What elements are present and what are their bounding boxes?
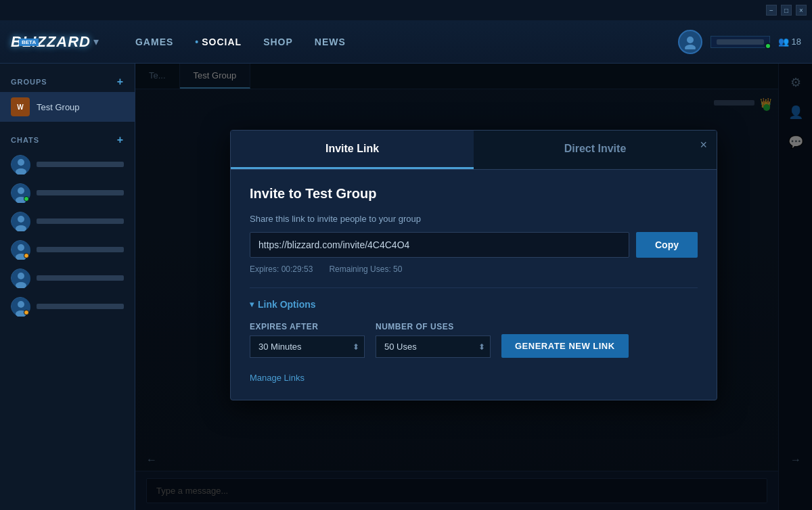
group-icon: W <box>11 97 30 116</box>
chats-header: CHATS + <box>0 130 135 150</box>
nav-games[interactable]: GAMES <box>135 34 173 50</box>
chat-item-5[interactable] <box>0 264 135 292</box>
svg-point-17 <box>18 273 24 279</box>
title-bar: − □ × <box>0 0 812 20</box>
away-status-dot-4 <box>24 253 29 258</box>
link-options-label: Link Options <box>258 299 316 310</box>
chevron-down-icon: ▾ <box>250 300 254 309</box>
chat-user-icon-1 <box>12 156 30 175</box>
nav-news[interactable]: NEWS <box>315 34 346 50</box>
nav-shop[interactable]: SHOP <box>263 34 293 50</box>
chats-label: CHATS <box>11 136 39 144</box>
online-status-dot-2 <box>24 196 29 202</box>
top-nav: BETA BLIZZARD ▾ GAMES SOCIAL SHOP NEWS 👥… <box>0 20 812 64</box>
group-avatar-icon: W <box>14 100 27 114</box>
sidebar-item-test-group[interactable]: W Test Group <box>0 92 135 122</box>
groups-header: GROUPS + <box>0 72 135 92</box>
svg-point-0 <box>687 37 694 43</box>
chat-name-bar-6 <box>37 304 124 309</box>
chat-name-bar-1 <box>37 162 124 167</box>
chat-item-2[interactable] <box>0 179 135 207</box>
svg-point-20 <box>18 301 24 308</box>
main-layout: GROUPS + W Test Group CHATS + <box>0 64 812 510</box>
minimize-button[interactable]: − <box>766 5 777 16</box>
window-close-button[interactable]: × <box>796 5 807 16</box>
nav-right: 👥 18 <box>678 30 801 54</box>
chat-avatar-6 <box>11 297 30 316</box>
chat-user-icon-5 <box>12 269 30 288</box>
chat-item-6[interactable] <box>0 292 135 321</box>
group-name-label: Test Group <box>37 102 80 112</box>
number-of-uses-group: Number of Uses 50 Uses 10 Uses 25 Uses 1… <box>376 322 491 358</box>
svg-text:W: W <box>17 103 24 111</box>
modal-body: Invite to Test Group Share this link to … <box>231 170 717 400</box>
chat-user-icon-3 <box>12 212 30 231</box>
modal-tab-direct-invite[interactable]: Direct Invite <box>474 131 717 169</box>
nav-social[interactable]: SOCIAL <box>195 34 242 50</box>
svg-point-1 <box>685 45 696 49</box>
svg-point-14 <box>18 244 24 251</box>
logo-chevron-icon: ▾ <box>93 35 99 48</box>
maximize-button[interactable]: □ <box>781 5 792 16</box>
number-of-uses-select[interactable]: 50 Uses 10 Uses 25 Uses 100 Uses No Limi… <box>376 335 491 358</box>
invite-link-input[interactable] <box>250 232 629 258</box>
friends-count[interactable]: 👥 18 <box>778 37 801 47</box>
beta-badge: BETA <box>19 39 39 46</box>
sidebar: GROUPS + W Test Group CHATS + <box>0 64 135 510</box>
chat-item-1[interactable] <box>0 150 135 179</box>
chat-item-4[interactable] <box>0 235 135 264</box>
groups-label: GROUPS <box>11 78 47 86</box>
friends-count-number: 18 <box>792 37 801 47</box>
copy-link-button[interactable]: Copy <box>636 232 698 258</box>
expires-after-label: Expires After <box>250 322 365 331</box>
chat-avatar-5 <box>11 269 30 287</box>
link-options-row: Expires After 30 Minutes 1 Hour 6 Hours … <box>250 322 698 358</box>
username-display[interactable] <box>710 36 770 48</box>
modal-tabs: Invite Link Direct Invite <box>231 131 717 170</box>
link-meta: Expires: 00:29:53 Remaining Uses: 50 <box>250 264 698 274</box>
add-chat-button[interactable]: + <box>117 134 124 146</box>
remaining-uses-label: Remaining Uses: 50 <box>329 264 402 274</box>
chat-avatar-3 <box>11 212 30 231</box>
content-area: Te... Test Group ⚙ 👤 💬 👑 ← → <box>135 64 812 510</box>
svg-point-11 <box>18 216 24 223</box>
chat-name-bar-5 <box>37 275 124 281</box>
section-divider <box>250 287 698 288</box>
invite-modal: Invite Link Direct Invite × Invite to Te… <box>230 130 717 400</box>
modal-tab-invite-link[interactable]: Invite Link <box>231 131 474 169</box>
nav-items: GAMES SOCIAL SHOP NEWS <box>135 34 678 50</box>
chat-item-3[interactable] <box>0 207 135 235</box>
manage-links-link[interactable]: Manage Links <box>250 373 304 383</box>
user-icon <box>683 34 698 49</box>
chat-name-bar-3 <box>37 218 124 224</box>
svg-point-8 <box>18 187 24 194</box>
expires-after-group: Expires After 30 Minutes 1 Hour 6 Hours … <box>250 322 365 358</box>
avatar[interactable] <box>678 30 702 54</box>
modal-title: Invite to Test Group <box>250 186 698 202</box>
generate-new-link-button[interactable]: Generate New Link <box>501 334 629 358</box>
expires-after-select-wrapper: 30 Minutes 1 Hour 6 Hours 24 Hours Never <box>250 335 365 358</box>
chat-avatar-2 <box>11 183 30 202</box>
friends-icon: 👥 <box>778 37 789 47</box>
add-group-button[interactable]: + <box>117 76 124 88</box>
chat-avatar-4 <box>11 240 30 259</box>
svg-point-5 <box>18 159 24 166</box>
number-of-uses-label: Number of Uses <box>376 322 491 331</box>
number-of-uses-select-wrapper: 50 Uses 10 Uses 25 Uses 100 Uses No Limi… <box>376 335 491 358</box>
modal-subtitle: Share this link to invite people to your… <box>250 214 698 224</box>
chat-avatar-1 <box>11 155 30 174</box>
chat-name-bar-4 <box>37 247 124 252</box>
expires-after-select[interactable]: 30 Minutes 1 Hour 6 Hours 24 Hours Never <box>250 335 365 358</box>
chat-name-bar-2 <box>37 190 124 195</box>
away-status-dot-6 <box>24 310 29 315</box>
invite-link-row: Copy <box>250 232 698 258</box>
expires-label: Expires: 00:29:53 <box>250 264 313 274</box>
link-options-toggle[interactable]: ▾ Link Options <box>250 299 698 310</box>
modal-close-button[interactable]: × <box>700 139 707 151</box>
